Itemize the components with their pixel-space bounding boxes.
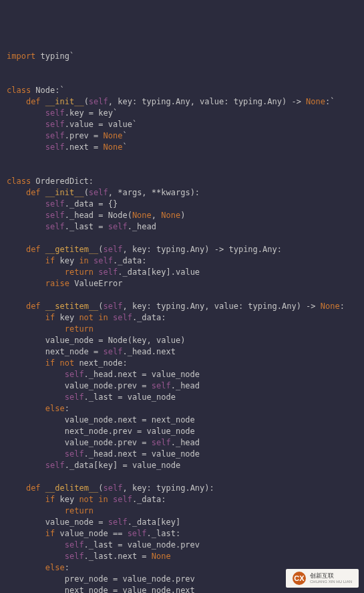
fn-setitem: __setitem__ xyxy=(45,302,98,311)
cls-node: Node xyxy=(35,86,55,95)
watermark-brand: 创新互联 xyxy=(310,573,352,580)
fn-init: __init__ xyxy=(45,97,84,106)
cls-ordereddict: OrderedDict xyxy=(35,176,88,186)
kw-class: class xyxy=(7,86,31,95)
kw-import: import xyxy=(7,51,35,61)
watermark-logo-icon: CX xyxy=(293,572,306,585)
mod-typing: typing xyxy=(41,51,69,61)
code-block: import typing` class Node:` def __init__… xyxy=(7,51,364,593)
watermark: CX 创新互联 CHUANG XIN HU LIAN xyxy=(286,569,359,588)
fn-getitem: __getitem__ xyxy=(45,245,98,254)
fn-delitem: __delitem__ xyxy=(45,483,98,493)
watermark-sub: CHUANG XIN HU LIAN xyxy=(310,580,352,584)
